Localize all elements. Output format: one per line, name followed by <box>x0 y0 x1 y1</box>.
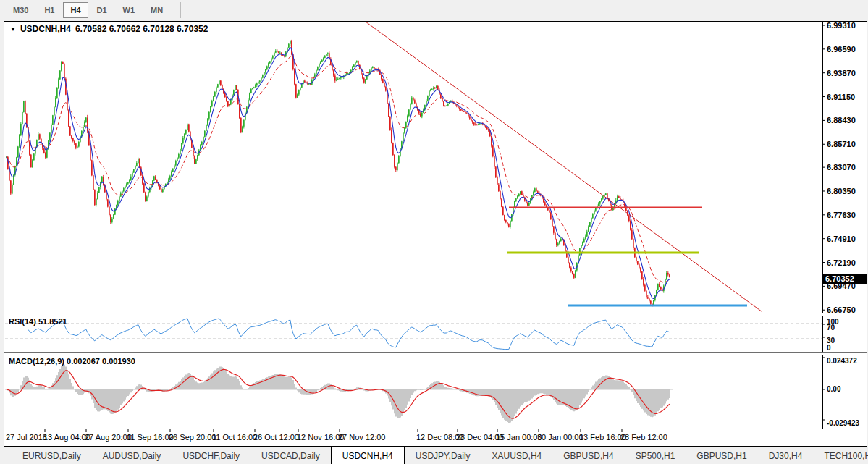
tab-usdjpy-daily[interactable]: USDJPY,Daily <box>405 447 481 464</box>
date-axis-label: 27 Aug 20:00 <box>85 433 132 442</box>
price-axis-label: 6.77630 <box>827 211 856 219</box>
chart-tab-bar: EURUSD,DailyAUDUSD,DailyUSDCHF,DailyUSDC… <box>0 447 868 464</box>
date-axis-label: 13 Feb 16:00 <box>579 433 626 442</box>
date-axis-label: 26 Sep 20:00 <box>169 433 216 442</box>
date-axis-label: 26 Oct 12:00 <box>253 433 299 442</box>
price-axis-label: 6.91150 <box>827 93 855 101</box>
price-axis-label: 6.85710 <box>827 140 856 148</box>
date-axis-label: 11 Sep 16:00 <box>127 433 174 442</box>
chart-symbol: USDCNH,H4 <box>20 24 71 34</box>
tab-eurusd-daily[interactable]: EURUSD,Daily <box>12 447 92 464</box>
tab-sp500-h1[interactable]: SP500,H1 <box>625 447 686 464</box>
tab-usdcad-daily[interactable]: USDCAD,Daily <box>250 447 331 464</box>
tab-gbpusd-h1[interactable]: GBPUSD,H1 <box>686 447 757 464</box>
tab-label: XAUUSD,H4 <box>492 451 542 461</box>
symbol-dropdown-icon[interactable]: ▼ <box>10 26 16 33</box>
tab-label: EURUSD,Daily <box>22 451 81 461</box>
pane-splitter[interactable] <box>4 352 867 355</box>
date-axis-label: 13 Aug 04:00 <box>43 433 90 442</box>
macd-axis-label: -0.029423 <box>827 420 859 427</box>
tab-label: GBPUSD,H1 <box>696 451 746 461</box>
ma-fast-line <box>7 47 670 298</box>
tab-tech100-h1[interactable]: TECH100,H1 <box>813 447 868 464</box>
date-axis-label: 27 Nov 12:00 <box>338 433 385 442</box>
tab-label: USDCHF,Daily <box>182 451 240 461</box>
date-axis-label: 11 Oct 16:00 <box>212 433 257 442</box>
tab-label: DJ30,H4 <box>769 451 803 461</box>
price-axis-label: 6.66750 <box>827 306 856 314</box>
price-axis-label: 6.93870 <box>827 69 856 77</box>
rsi-line <box>28 319 670 350</box>
rsi-indicator-label: RSI(14) 51.8521 <box>9 317 67 326</box>
price-axis-divider <box>822 22 823 429</box>
rsi-axis-label: 0 <box>827 345 831 352</box>
macd-axis-label: 0.024372 <box>827 358 857 365</box>
date-axis-divider <box>4 429 867 429</box>
date-axis-label: 28 Feb 12:00 <box>620 433 667 442</box>
tab-gbpusd-h4[interactable]: GBPUSD,H4 <box>552 447 624 464</box>
axis-ticks <box>45 25 825 432</box>
tab-label: GBPUSD,H4 <box>563 451 613 461</box>
rsi-pane[interactable] <box>5 319 822 350</box>
price-axis-label: 6.96590 <box>827 46 856 54</box>
chart-ohlc-values: 6.70582 6.70662 6.70128 6.70352 <box>75 24 208 34</box>
tab-dj30-h4[interactable]: DJ30,H4 <box>758 447 814 464</box>
candlestick-series <box>6 40 670 307</box>
overlay-lines <box>366 22 762 312</box>
macd-histogram <box>6 364 670 423</box>
tab-usdchf-daily[interactable]: USDCHF,Daily <box>172 447 250 464</box>
tab-label: SP500,H1 <box>636 451 675 461</box>
price-axis-label: 6.99310 <box>827 22 856 30</box>
tab-label: AUDUSD,Daily <box>103 451 161 461</box>
date-axis-label: 12 Nov 16:00 <box>297 433 344 442</box>
macd-pane[interactable] <box>5 364 673 423</box>
chart-title: ▼ USDCNH,H4 6.70582 6.70662 6.70128 6.70… <box>10 24 208 34</box>
date-axis-label: 30 Jan 00:00 <box>537 433 583 442</box>
price-axis-label: 6.88430 <box>827 117 856 125</box>
tab-label: TECH100,H1 <box>824 451 868 461</box>
ma-slow-line <box>7 56 670 283</box>
tab-label: USDCAD,Daily <box>261 451 320 461</box>
tab-xauusd-h4[interactable]: XAUUSD,H4 <box>481 447 553 464</box>
price-axis-label: 6.83070 <box>827 164 856 172</box>
price-axis-label: 6.80350 <box>827 187 856 195</box>
tab-usdcnh-h4[interactable]: USDCNH,H4 <box>331 447 405 464</box>
date-axis-label: 15 Jan 00:00 <box>496 433 542 442</box>
tab-audusd-daily[interactable]: AUDUSD,Daily <box>92 447 172 464</box>
descending-trendline[interactable] <box>366 22 762 312</box>
rsi-axis-label: 70 <box>827 324 835 332</box>
pane-splitter[interactable] <box>4 313 867 316</box>
tab-label: USDJPY,Daily <box>416 451 471 461</box>
macd-indicator-label: MACD(12,26,9) 0.002067 0.001930 <box>9 357 135 366</box>
price-axis-label: 6.74910 <box>827 235 856 243</box>
tab-label: USDCNH,H4 <box>342 451 393 461</box>
price-axis-label: 6.69470 <box>827 282 856 290</box>
chart-canvas[interactable] <box>0 0 868 464</box>
date-axis-label: 27 Jul 2018 <box>6 433 47 442</box>
macd-axis-label: 0.00 <box>827 386 840 393</box>
current-price-tag: 6.70352 <box>823 274 867 284</box>
price-axis-label: 6.72190 <box>827 259 856 267</box>
